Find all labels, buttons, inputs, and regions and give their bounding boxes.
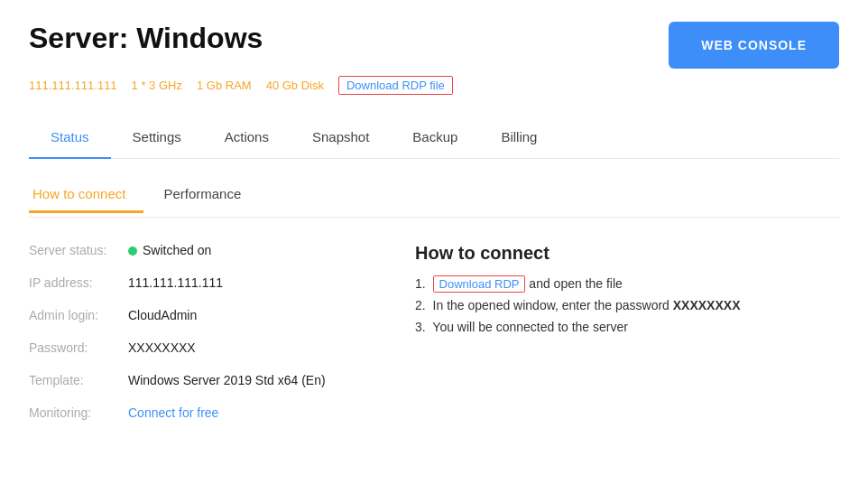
tab-snapshot[interactable]: Snapshot [291, 116, 391, 159]
sub-tabs: How to connect Performance [29, 177, 839, 213]
step-3-text: You will be connected to the server [432, 320, 628, 334]
password-row: Password: XXXXXXXX [29, 340, 372, 355]
server-ram: 1 Gb RAM [197, 79, 252, 92]
monitoring-connect-link[interactable]: Connect for free [128, 405, 218, 420]
page-title: Server: Windows [29, 22, 263, 55]
admin-row: Admin login: CloudAdmin [29, 308, 372, 322]
status-value: Switched on [128, 243, 211, 257]
step-1-num: 1. [415, 276, 426, 291]
left-panel: Server status: Switched on IP address: 1… [29, 243, 372, 438]
tab-backup[interactable]: Backup [391, 116, 479, 159]
download-rdp-inline-link[interactable]: Download RDP [433, 275, 526, 293]
how-to-title: How to connect [415, 243, 839, 264]
step-3: 3. You will be connected to the server [415, 320, 839, 334]
right-panel: How to connect 1. Download RDP and open … [415, 243, 839, 438]
server-meta: 111.111.111.111 1 * 3 GHz 1 Gb RAM 40 Gb… [29, 76, 839, 95]
template-value: Windows Server 2019 Std x64 (En) [128, 373, 326, 387]
how-to-steps: 1. Download RDP and open the file 2. In … [415, 276, 839, 334]
sub-tab-how-to-connect[interactable]: How to connect [29, 177, 143, 213]
password-value: XXXXXXXX [128, 340, 196, 355]
password-label: Password: [29, 340, 128, 355]
ip-row: IP address: 111.111.111.111 [29, 275, 372, 290]
monitoring-label: Monitoring: [29, 405, 128, 420]
sub-tab-performance[interactable]: Performance [160, 177, 259, 213]
step-2: 2. In the opened window, enter the passw… [415, 298, 839, 312]
step-1: 1. Download RDP and open the file [415, 276, 839, 291]
web-console-button[interactable]: WEB CONSOLE [669, 22, 839, 69]
step-2-bold: XXXXXXXX [673, 298, 741, 312]
server-ip: 111.111.111.111 [29, 79, 117, 92]
step-1-text-after: and open the file [529, 276, 623, 291]
template-label: Template: [29, 373, 128, 387]
admin-label: Admin login: [29, 308, 128, 322]
server-cpu: 1 * 3 GHz [132, 79, 182, 92]
step-3-num: 3. [415, 320, 426, 334]
status-dot-icon [128, 247, 137, 256]
server-disk: 40 Gb Disk [266, 79, 324, 92]
main-tabs: Status Settings Actions Snapshot Backup … [29, 116, 839, 159]
admin-value: CloudAdmin [128, 308, 197, 322]
monitoring-row: Monitoring: Connect for free [29, 405, 372, 420]
tab-settings[interactable]: Settings [111, 116, 203, 159]
status-row: Server status: Switched on [29, 243, 372, 257]
divider [29, 217, 839, 218]
step-2-num: 2. [415, 298, 426, 312]
tab-status[interactable]: Status [29, 116, 111, 159]
tab-actions[interactable]: Actions [203, 116, 291, 159]
status-label: Server status: [29, 243, 128, 257]
step-2-text: In the opened window, enter the password [433, 298, 673, 312]
ip-label: IP address: [29, 275, 128, 290]
template-row: Template: Windows Server 2019 Std x64 (E… [29, 373, 372, 387]
content-area: Server status: Switched on IP address: 1… [29, 243, 839, 438]
download-rdp-header-link[interactable]: Download RDP file [338, 76, 453, 95]
ip-value: 111.111.111.111 [128, 275, 223, 290]
tab-billing[interactable]: Billing [479, 116, 559, 159]
